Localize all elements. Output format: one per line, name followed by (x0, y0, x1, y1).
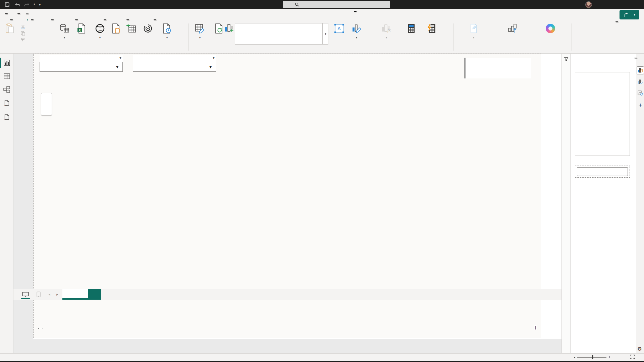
keytip-1 (5, 13, 8, 14)
sensitivity-button[interactable]: ▾ (464, 23, 484, 40)
build-pane-icon[interactable] (637, 66, 644, 74)
get-data-button[interactable]: ▾ (55, 23, 73, 40)
onelake-catalog-button[interactable]: ▾ (91, 23, 109, 40)
quick-measure-button[interactable] (422, 23, 440, 35)
page-navigation-bar: ◂ ▸ (13, 289, 561, 300)
chevron-down-icon[interactable]: ▼ (212, 56, 215, 60)
zoom-out-icon[interactable]: - (572, 356, 577, 359)
transform-data-icon (195, 23, 205, 34)
chevron-down-icon: ▾ (473, 36, 474, 39)
more-visuals-icon (352, 23, 362, 34)
tab-home[interactable] (26, 9, 29, 21)
dataverse-button[interactable] (139, 23, 157, 35)
keytip-view (104, 19, 106, 20)
tab-insert[interactable] (49, 9, 52, 21)
map-zoom-in-button[interactable] (41, 93, 52, 104)
onelake-icon (95, 23, 105, 34)
paste-icon (5, 23, 14, 34)
tab-modeling[interactable] (71, 9, 74, 21)
group-clipboard (0, 21, 54, 53)
map-scale (38, 328, 43, 329)
distance-slicer-dropdown[interactable]: ▼ (133, 62, 216, 72)
zoom-slider[interactable]: - + (572, 356, 612, 359)
filter-icon (564, 57, 568, 61)
paste-button[interactable] (1, 23, 19, 35)
new-visual-calculation-button[interactable]: fx ▾ (374, 23, 399, 40)
tab-file[interactable] (3, 9, 6, 21)
minimize-button[interactable] (598, 0, 613, 9)
desktop-layout-button[interactable] (19, 289, 32, 300)
table-view-button[interactable] (0, 70, 13, 82)
redo-icon[interactable] (23, 1, 30, 8)
cut-button[interactable] (21, 25, 27, 30)
filters-pane-collapsed[interactable] (561, 54, 570, 353)
account-menu[interactable] (583, 0, 592, 9)
copy-button[interactable] (21, 31, 27, 36)
chevron-down-icon: ▾ (99, 36, 101, 39)
postbox-slicer: ▼ ▼ (40, 55, 123, 72)
build-pane (570, 54, 636, 353)
keytip-modeling (75, 19, 78, 20)
keytip-search (354, 11, 357, 12)
page-tab[interactable] (62, 289, 88, 300)
map-zoom-out-button[interactable] (41, 104, 52, 115)
format-painter-button[interactable] (21, 38, 27, 43)
document-title[interactable]: • ▼ (34, 2, 41, 7)
excel-workbook-button[interactable]: X (72, 23, 91, 35)
sql-server-button[interactable] (108, 23, 124, 35)
share-button[interactable]: ▾ (620, 10, 639, 19)
group-copilot (531, 21, 572, 53)
model-view-button[interactable] (0, 83, 13, 96)
settings-gear-icon[interactable]: ⚙ (636, 345, 644, 353)
chevron-down-icon: ▼ (115, 64, 119, 69)
fit-to-page-icon[interactable] (630, 355, 635, 360)
zoom-slider-thumb[interactable] (592, 355, 593, 359)
recent-sources-button[interactable]: ▾ (158, 23, 176, 40)
text-box-button[interactable]: A (331, 23, 347, 35)
search-input[interactable] (283, 1, 390, 8)
text-box-icon: A (334, 23, 344, 34)
tab-optimize[interactable] (123, 9, 126, 21)
previous-page-button[interactable]: ◂ (46, 289, 53, 300)
transform-data-button[interactable]: ▾ (190, 23, 210, 40)
svg-text:X: X (78, 28, 81, 32)
next-page-button[interactable]: ▸ (54, 289, 61, 300)
postbox-slicer-dropdown[interactable]: ▼ (40, 62, 123, 72)
svg-text:fx: fx (387, 27, 391, 33)
more-visuals-button[interactable]: ▾ (347, 23, 366, 40)
publish-button[interactable] (503, 23, 522, 35)
enter-data-button[interactable] (124, 23, 139, 35)
tab-help[interactable] (152, 9, 155, 21)
card-visual[interactable] (464, 58, 531, 78)
get-data-icon (59, 23, 69, 34)
copilot-button[interactable] (541, 23, 559, 35)
mobile-layout-button[interactable] (34, 289, 44, 300)
keytip-2 (17, 13, 20, 14)
gallery-expand-button[interactable]: ▾ (323, 23, 328, 45)
pane-switcher-strip: + (636, 54, 644, 353)
add-data-button[interactable] (575, 166, 630, 178)
copy-icon (21, 31, 25, 36)
format-pane-icon[interactable] (637, 78, 644, 86)
zoom-in-icon[interactable]: + (606, 356, 612, 359)
save-icon[interactable] (3, 1, 11, 8)
report-view-button[interactable] (0, 56, 13, 69)
new-measure-button[interactable] (402, 23, 420, 35)
new-measure-icon (407, 23, 415, 34)
maximize-button[interactable] (613, 0, 629, 9)
add-pane-icon[interactable]: + (637, 101, 644, 109)
new-visual-icon (224, 23, 234, 34)
title-bar: • ▼ (0, 0, 644, 9)
tmdl-view-button[interactable]: TMDL (0, 111, 13, 124)
analytics-pane-icon[interactable] (637, 89, 644, 97)
chevron-down-icon[interactable]: ▼ (119, 56, 122, 60)
close-button[interactable] (629, 0, 644, 9)
new-page-button[interactable] (88, 289, 101, 300)
title-dropdown-icon[interactable]: ▼ (38, 3, 41, 6)
dax-query-view-button[interactable]: DAX (0, 97, 13, 110)
group-sensitivity: ▾ (453, 21, 494, 53)
enter-data-icon (126, 23, 136, 34)
tab-view[interactable] (102, 9, 104, 21)
undo-icon[interactable] (14, 1, 21, 8)
format-painter-icon (21, 38, 25, 43)
